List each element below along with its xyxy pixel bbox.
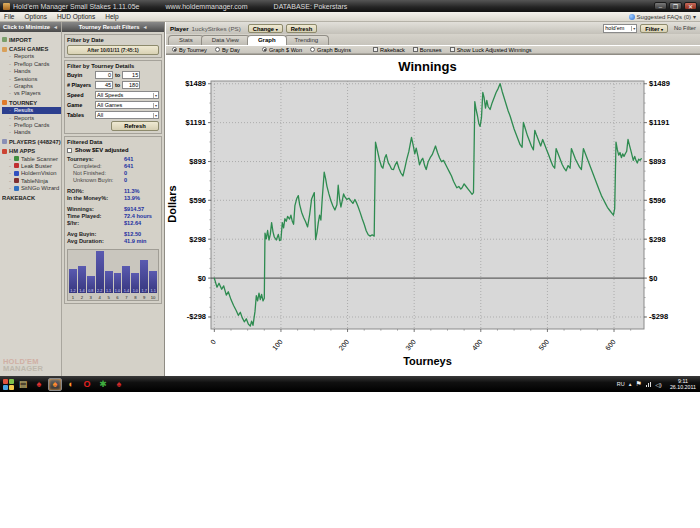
filter-input-players-to[interactable]: 180: [122, 81, 140, 89]
radio-icon[interactable]: [262, 47, 267, 52]
sidebar-item-hands[interactable]: Hands: [2, 129, 61, 136]
sidebar-item-table-scanner[interactable]: Table Scanner: [2, 155, 61, 162]
close-button[interactable]: ✕: [684, 2, 697, 10]
sidebar-item-vs-players[interactable]: vs Players: [2, 90, 61, 97]
maximize-button[interactable]: ❐: [669, 2, 682, 10]
sidebar-item-players-448247[interactable]: PLAYERS (448247): [2, 138, 61, 145]
stat-label: Time Played:: [67, 213, 124, 220]
sidebar-item-reports[interactable]: Reports: [2, 114, 61, 121]
start-button[interactable]: [2, 378, 14, 390]
tab-trending[interactable]: Trending: [284, 35, 329, 45]
filter-refresh-button[interactable]: Refresh: [111, 121, 159, 131]
change-player-button[interactable]: Change ▾: [248, 24, 283, 33]
sidebar-item-tableninja[interactable]: TableNinja: [2, 177, 61, 184]
chart-x-axis-label: Tourneys: [211, 355, 644, 367]
filter-input-players-from[interactable]: 45: [95, 81, 113, 89]
sidebar-item-cash-games[interactable]: CASH GAMES: [2, 45, 61, 52]
date-filter-button[interactable]: After 10/01/11 (7:45:1): [67, 45, 159, 55]
filter-dropdown-button[interactable]: Filter ▾: [640, 24, 668, 33]
hidden-icons-button[interactable]: ▴: [629, 381, 632, 387]
sidebar-item-preflop-cards[interactable]: Preflop Cards: [2, 121, 61, 128]
checkbox-icon[interactable]: [373, 47, 378, 52]
filtered-data-title: Filtered Data: [67, 139, 159, 145]
system-tray: RU ▴ ⚑ ◁) 9:11 26.10.2011: [617, 378, 698, 390]
holdem-manager-taskbar-icon[interactable]: ♠: [48, 378, 62, 391]
stat-row-avg-buyin: Avg Buyin:$12.50: [67, 231, 159, 238]
pokerstars-client-icon[interactable]: ♠: [112, 378, 126, 391]
sidebar-item-holdemvision[interactable]: HoldemVision: [2, 170, 61, 177]
sidebar-item-label: Graphs: [14, 83, 33, 89]
filter-select-game[interactable]: All Games▾: [95, 101, 159, 109]
radio-option-by-day[interactable]: By Day: [215, 47, 240, 53]
checkbox-option-show-luck-adjusted-winnings[interactable]: Show Luck Adjusted Winnings: [450, 47, 532, 53]
radio-icon[interactable]: [172, 47, 177, 52]
histogram-x-label: 9: [140, 295, 148, 300]
sidebar-item-preflop-cards[interactable]: Preflop Cards: [2, 60, 61, 67]
radio-option-by-tourney[interactable]: By Tourney: [172, 47, 207, 53]
checkbox-icon[interactable]: [67, 148, 72, 153]
opera-icon[interactable]: O: [80, 378, 94, 391]
tableninja-taskbar-icon[interactable]: ✱: [96, 378, 110, 391]
radio-icon[interactable]: [215, 47, 220, 52]
checkbox-option-bonuses[interactable]: Bonuses: [413, 47, 442, 53]
radio-option-graph-buyins[interactable]: Graph Buyins: [310, 47, 351, 53]
sidebar-item-label: CASH GAMES: [9, 46, 48, 52]
holdem-manager-watermark: HOLD'EM MANAGER: [3, 358, 43, 372]
filter-row-players: # Players45to180: [67, 81, 159, 89]
y-tick-label-left: $1489: [185, 79, 206, 88]
checkbox-icon[interactable]: [450, 47, 455, 52]
option-label: Show Luck Adjusted Winnings: [457, 47, 532, 53]
filter-select-tables[interactable]: All▾: [95, 111, 159, 119]
menu-item-hud-options[interactable]: HUD Options: [57, 13, 95, 20]
speaker-icon[interactable]: ◁): [655, 381, 662, 388]
menu-item-file[interactable]: File: [4, 13, 14, 20]
radio-option-graph-won[interactable]: Graph $ Won: [262, 47, 302, 53]
taskbar-clock[interactable]: 9:11 26.10.2011: [666, 378, 696, 390]
filter-input-buyin-from[interactable]: 0: [95, 71, 113, 79]
menu-item-help[interactable]: Help: [105, 13, 118, 20]
sidebar-item-tourney[interactable]: TOURNEY: [2, 99, 61, 106]
show-ev-adjusted-option[interactable]: Show $EV adjusted: [67, 147, 159, 153]
refresh-button[interactable]: Refresh: [286, 24, 318, 33]
sidebar-item-rakeback[interactable]: RAKEBACK: [2, 194, 61, 201]
checkbox-icon[interactable]: [413, 47, 418, 52]
tab-graph[interactable]: Graph: [247, 35, 287, 45]
windows-taskbar: ▤♠♠◐O✱♠ RU ▴ ⚑ ◁) 9:11 26.10.2011: [0, 376, 700, 392]
sidebar-item-sitngo-wizard[interactable]: SitNGo Wizard: [2, 184, 61, 191]
pin-icon: ◄: [142, 24, 147, 30]
language-indicator[interactable]: RU: [617, 381, 625, 387]
sidebar-item-reports[interactable]: Reports: [2, 53, 61, 60]
histogram-bar-value: 1.4: [122, 289, 130, 293]
sidebar-item-hm-apps[interactable]: HM APPS: [2, 147, 61, 154]
stat-row-in-the-money: In the Money%:13.9%: [67, 195, 159, 202]
stat-row-roi: ROI%:11.3%: [67, 188, 159, 195]
sidebar-item-leak-buster[interactable]: Leak Buster: [2, 162, 61, 169]
tab-stats[interactable]: Stats: [168, 35, 204, 45]
stat-value: 0: [124, 177, 127, 184]
filter-input-buyin-to[interactable]: 15: [122, 71, 140, 79]
stat-row-hr: $/hr:$12.64: [67, 220, 159, 227]
sidebar-item-results[interactable]: Results: [2, 107, 61, 114]
swoosh-app-icon[interactable]: ◐: [64, 378, 78, 391]
checkbox-option-rakeback[interactable]: Rakeback: [373, 47, 405, 53]
sidebar-header[interactable]: Click to Minimize ◄: [0, 22, 61, 32]
game-type-select[interactable]: hold'em ▾: [603, 24, 637, 33]
radio-icon[interactable]: [310, 47, 315, 52]
action-center-flag-icon[interactable]: ⚑: [635, 380, 641, 388]
x-tick-label: 100: [271, 338, 284, 352]
sidebar-item-graphs[interactable]: Graphs: [2, 82, 61, 89]
pokerstars-icon[interactable]: ♠: [32, 378, 46, 391]
sidebar-item-hands[interactable]: Hands: [2, 68, 61, 75]
sidebar-item-sessions[interactable]: Sessions: [2, 75, 61, 82]
tab-data-view[interactable]: Data View: [201, 35, 250, 45]
filter-select-speed[interactable]: All Speeds▾: [95, 91, 159, 99]
network-icon[interactable]: [646, 382, 652, 387]
menu-item-options[interactable]: Options: [24, 13, 46, 20]
sidebar-item-import[interactable]: IMPORT: [2, 36, 61, 43]
sidebar-item-label: RAKEBACK: [2, 195, 35, 201]
suggested-faqs[interactable]: Suggested FAQs (0) ▾: [629, 13, 700, 20]
notes-app-icon[interactable]: ▤: [16, 378, 30, 391]
minimize-button[interactable]: –: [654, 2, 667, 10]
tab-strip: StatsData ViewGraphTrending: [166, 34, 700, 45]
filter-label-players: # Players: [67, 82, 93, 88]
